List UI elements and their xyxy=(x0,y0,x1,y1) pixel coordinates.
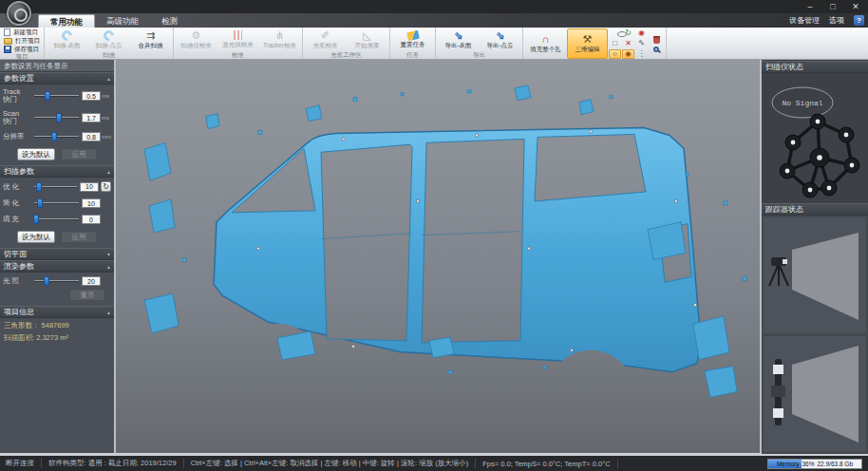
memory-usage-bar: Memory 36% 22.9/63.8 Gb xyxy=(767,459,862,469)
tab-inspection[interactable]: 检测 xyxy=(150,14,189,28)
optimize-value-input[interactable] xyxy=(80,182,99,192)
dongle-info: 软件狗类型: 通用 : 截止日期: 2019/12/29 xyxy=(48,459,184,468)
scan-pointcloud-icon xyxy=(102,28,116,42)
scanner-calibration-label: 扫描仪校准 xyxy=(180,42,212,50)
reset-task-button[interactable]: 重置任务 xyxy=(392,28,433,51)
section-header-param-settings[interactable]: 参数设置 ▴ xyxy=(0,72,114,85)
export-pointcloud-button[interactable]: ⇘ 导出-点云 xyxy=(480,28,520,51)
simplify-slider[interactable] xyxy=(34,202,79,204)
fill-label: 填 充 xyxy=(3,216,31,223)
help-icon[interactable]: ? xyxy=(854,15,864,26)
no-signal-text: No Signal xyxy=(782,99,822,107)
delete-selection-icon[interactable]: ✕ xyxy=(622,39,634,48)
resolution-label: 分辨率 xyxy=(3,133,31,141)
options-menu[interactable]: 选项 xyxy=(829,15,844,26)
edit-pencil-icon[interactable]: ✎ xyxy=(635,39,648,48)
app-logo-icon[interactable] xyxy=(7,1,31,26)
new-project-button[interactable]: 新建项目 xyxy=(2,28,42,36)
start-measure-button[interactable]: ◺ 开始测量 xyxy=(347,28,387,51)
laser-calibration-button[interactable]: 激光线校准 xyxy=(217,28,258,51)
dot-select-icon[interactable]: ◉ xyxy=(622,49,634,59)
close-button[interactable]: ✕ xyxy=(845,1,866,12)
slider-thumb[interactable] xyxy=(45,91,50,101)
rect-select-icon[interactable]: □ xyxy=(609,39,621,48)
scan-surface-label: 扫描-表面 xyxy=(53,42,80,50)
pen-calibration-label: 光笔校准 xyxy=(313,42,338,50)
lighting-value-input[interactable] xyxy=(82,276,101,286)
slider-thumb[interactable] xyxy=(33,215,39,224)
simplify-value-input[interactable] xyxy=(82,198,101,208)
resolution-slider[interactable] xyxy=(34,136,79,138)
lighting-label: 光 照 xyxy=(3,277,31,285)
fill-slider[interactable] xyxy=(34,218,79,220)
resolution-value-input[interactable] xyxy=(82,132,101,141)
ribbon-group-project: 新建项目 打开项目 保存项目 项目 xyxy=(0,28,45,59)
scan-pointcloud-button[interactable]: 扫描-点云 xyxy=(88,28,129,51)
merge-scan-button[interactable]: ⇉ 合并扫描 xyxy=(130,28,171,51)
section-header-scanner-status[interactable]: 扫描仪状态 xyxy=(762,61,868,73)
visibility-eye-icon[interactable] xyxy=(609,28,621,38)
collapse-arrow-icon: ▴ xyxy=(107,261,110,273)
apply-button[interactable]: 应用 xyxy=(61,231,97,243)
3d-viewport[interactable] xyxy=(116,60,760,453)
cut-plane-label: 切平面 xyxy=(4,249,27,260)
slider-thumb[interactable] xyxy=(36,182,42,192)
set-default-button[interactable]: 设为默认 xyxy=(17,231,55,243)
record-icon[interactable]: ◉ xyxy=(635,28,648,38)
track-shutter-slider[interactable] xyxy=(34,95,79,97)
scan-shutter-slider[interactable] xyxy=(34,117,79,119)
slider-thumb[interactable] xyxy=(56,113,62,122)
maximize-button[interactable]: □ xyxy=(822,1,843,12)
scanner-calibration-icon: ⚙ xyxy=(192,29,201,41)
render-params-body: 光 照 重置 xyxy=(0,273,114,306)
scan-shutter-value-input[interactable] xyxy=(82,113,101,122)
pen-calibration-button[interactable]: ✐ 光笔校准 xyxy=(305,28,346,51)
optimize-refresh-icon[interactable]: ↻ xyxy=(101,181,111,192)
export-surface-button[interactable]: ⇘ 导出-表面 xyxy=(438,28,479,51)
scan-surface-button[interactable]: 扫描-表面 xyxy=(47,28,87,51)
tab-common-functions[interactable]: 常用功能 xyxy=(38,14,95,28)
section-header-render-params[interactable]: 渲染参数 ▴ xyxy=(0,260,114,273)
device-management-menu[interactable]: 设备管理 xyxy=(789,15,820,26)
reset-task-label: 重置任务 xyxy=(401,41,425,49)
review-search-icon[interactable] xyxy=(653,47,659,52)
section-header-tracker-status[interactable]: 跟踪器状态 xyxy=(762,203,868,216)
section-header-project-info[interactable]: 项目信息 ▴ xyxy=(0,306,114,318)
reset-button[interactable]: 重置 xyxy=(69,289,105,301)
set-default-button[interactable]: 设为默认 xyxy=(17,148,55,160)
triangle-count-row: 三角形数： 5487699 xyxy=(4,321,114,330)
section-header-cut-plane[interactable]: 切平面 ▾ xyxy=(0,248,114,260)
mouse-hints: Ctrl+左键: 选择 | Ctrl+Alt+左键: 取消选择 | 左键: 移动… xyxy=(191,459,477,468)
lighting-slider[interactable] xyxy=(34,280,79,282)
open-project-label: 打开项目 xyxy=(15,37,40,46)
ribbon-tab-bar: 常用功能 高级功能 检测 设备管理 选项 ? xyxy=(0,13,868,28)
minimize-button[interactable]: – xyxy=(800,1,821,12)
fill-hole-button[interactable]: ∩ 填充整个孔 xyxy=(525,28,566,59)
fill-value-input[interactable] xyxy=(82,215,101,224)
ribbon-group-export: ⇘ 导出-表面 ⇘ 导出-点云 导出 xyxy=(436,28,523,59)
start-measure-label: 开始测量 xyxy=(355,42,380,50)
edit-3d-icon: ⚒ xyxy=(583,33,593,45)
trash-icon[interactable] xyxy=(653,36,660,44)
save-project-button[interactable]: 保存项目 xyxy=(2,46,42,53)
more-options-icon[interactable]: ⋮ xyxy=(635,49,648,59)
optimize-slider[interactable] xyxy=(34,186,77,188)
slider-thumb[interactable] xyxy=(44,276,49,286)
export-surface-label: 导出-表面 xyxy=(444,42,471,50)
tab-advanced-functions[interactable]: 高级功能 xyxy=(95,14,150,28)
tracker-calibration-label: Tracker校准 xyxy=(263,42,296,50)
circle-select-icon[interactable]: ○ xyxy=(609,49,621,59)
ribbon-group-pen-workspace: ✐ 光笔校准 ◺ 开始测量 光笔工作区 xyxy=(303,28,390,59)
track-shutter-unit: ms xyxy=(101,93,111,99)
edit-3d-button[interactable]: ⚒ 三维编辑 xyxy=(567,28,608,59)
tracker-calibration-button[interactable]: ⋔ Tracker校准 xyxy=(259,28,300,51)
open-project-button[interactable]: 打开项目 xyxy=(2,37,42,45)
scanner-calibration-button[interactable]: ⚙ 扫描仪校准 xyxy=(176,28,217,51)
slider-thumb[interactable] xyxy=(51,132,57,141)
apply-button[interactable]: 应用 xyxy=(61,148,97,160)
tracker-1-cell xyxy=(764,217,866,333)
section-header-scan-params[interactable]: 扫描参数 ▴ xyxy=(0,165,114,178)
slider-thumb[interactable] xyxy=(37,198,43,208)
track-shutter-value-input[interactable] xyxy=(82,91,101,101)
render-params-label: 渲染参数 xyxy=(4,261,34,273)
